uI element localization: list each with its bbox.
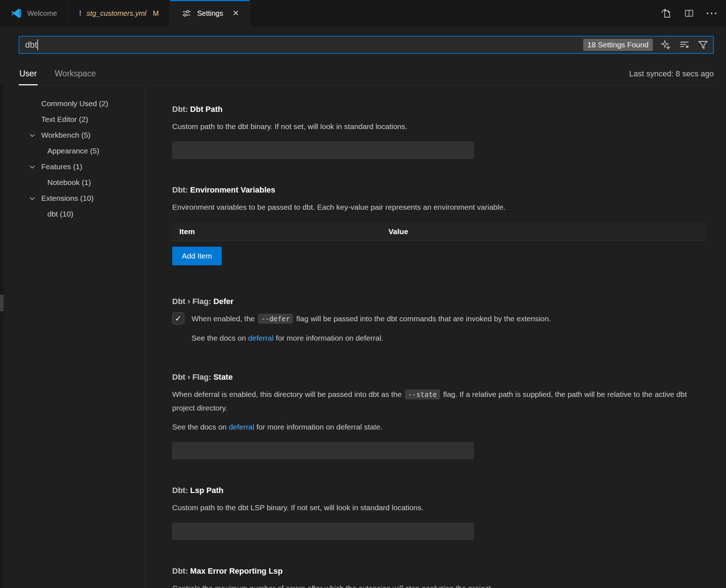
toc-item-appearance[interactable]: Appearance (5) bbox=[0, 143, 145, 159]
split-editor-icon[interactable] bbox=[683, 7, 695, 19]
more-actions-icon[interactable]: ⋯ bbox=[706, 7, 718, 19]
setting-title: Dbt › Flag: Defer bbox=[172, 296, 714, 307]
setting-title: Dbt › Flag: State bbox=[172, 372, 714, 383]
setting-lsp-path: Dbt: Lsp Path Custom path to the dbt LSP… bbox=[172, 485, 714, 540]
docs-line: See the docs on deferral for more inform… bbox=[172, 420, 714, 433]
git-modified-badge: M bbox=[153, 9, 159, 18]
env-table-header: Item Value bbox=[172, 222, 706, 241]
tab-label: stg_customers.yml bbox=[86, 9, 146, 18]
check-icon: ✓ bbox=[175, 312, 182, 325]
settings-list: Dbt: Dbt Path Custom path to the dbt bin… bbox=[145, 85, 726, 588]
docs-link[interactable]: deferral bbox=[229, 423, 254, 431]
toc-item-notebook[interactable]: Notebook (1) bbox=[0, 175, 145, 190]
setting-title: Dbt: Environment Variables bbox=[172, 185, 714, 195]
setting-max-error-reporting-lsp: Dbt: Max Error Reporting Lsp Controls th… bbox=[172, 566, 714, 588]
dbt-path-input[interactable] bbox=[172, 142, 474, 159]
defer-checkbox-row: ✓ When enabled, the --defer flag will be… bbox=[172, 312, 714, 326]
docs-line: See the docs on deferral for more inform… bbox=[172, 331, 714, 345]
clear-filters-icon[interactable] bbox=[679, 39, 690, 51]
chevron-down-icon bbox=[29, 195, 36, 202]
search-caret bbox=[37, 39, 38, 50]
tab-label: Welcome bbox=[27, 9, 57, 18]
env-variables-table: Item Value bbox=[172, 222, 706, 241]
tab-label: Settings bbox=[197, 9, 223, 18]
setting-description: When enabled, the --defer flag will be p… bbox=[192, 312, 551, 326]
setting-description: When deferral is enabled, this directory… bbox=[172, 388, 696, 414]
setting-title: Dbt: Max Error Reporting Lsp bbox=[172, 566, 714, 577]
settings-search-input[interactable]: dbt 18 Settings Found bbox=[19, 36, 714, 54]
toc-item-commonly-used[interactable]: Commonly Used (2) bbox=[0, 96, 145, 112]
tab-stg-customers-yml[interactable]: ! stg_customers.yml M bbox=[68, 0, 170, 27]
docs-link[interactable]: deferral bbox=[248, 334, 274, 342]
defer-checkbox[interactable]: ✓ bbox=[172, 312, 184, 324]
settings-sliders-icon bbox=[181, 8, 192, 19]
setting-title: Dbt: Dbt Path bbox=[172, 104, 714, 115]
search-controls: 18 Settings Found bbox=[583, 39, 709, 51]
search-value: dbt bbox=[25, 40, 37, 50]
editor-tab-bar: Welcome ! stg_customers.yml M Settings ✕ bbox=[0, 0, 726, 27]
close-icon[interactable]: ✕ bbox=[232, 9, 239, 17]
setting-description: Environment variables to be passed to db… bbox=[172, 200, 714, 214]
setting-dbt-path: Dbt: Dbt Path Custom path to the dbt bin… bbox=[172, 104, 714, 159]
settings-search-row: dbt 18 Settings Found bbox=[0, 27, 726, 54]
results-count-badge: 18 Settings Found bbox=[583, 39, 653, 51]
scope-tab-workspace[interactable]: Workspace bbox=[54, 69, 97, 85]
column-header-item: Item bbox=[172, 227, 388, 236]
setting-flag-state: Dbt › Flag: State When deferral is enabl… bbox=[172, 372, 714, 459]
warning-icon: ! bbox=[79, 9, 81, 18]
editor-actions: ⋯ bbox=[660, 0, 726, 27]
scope-tab-user[interactable]: User bbox=[19, 69, 38, 85]
scope-row: User Workspace Last synced: 8 secs ago bbox=[19, 54, 714, 85]
ai-search-icon[interactable] bbox=[660, 39, 671, 51]
filter-icon[interactable] bbox=[697, 39, 709, 51]
setting-description: Controls the maximum number of errors af… bbox=[172, 582, 714, 588]
add-item-button[interactable]: Add Item bbox=[172, 247, 222, 265]
tab-settings[interactable]: Settings ✕ bbox=[170, 0, 250, 27]
lsp-path-input[interactable] bbox=[172, 523, 474, 540]
setting-environment-variables: Dbt: Environment Variables Environment v… bbox=[172, 185, 714, 265]
open-preview-icon[interactable] bbox=[660, 7, 672, 19]
setting-title: Dbt: Lsp Path bbox=[172, 485, 714, 496]
code-chip: --state bbox=[405, 389, 440, 399]
chevron-down-icon bbox=[29, 163, 36, 170]
toc-item-extensions[interactable]: Extensions (10) bbox=[0, 190, 145, 206]
setting-description: Custom path to the dbt binary. If not se… bbox=[172, 120, 714, 133]
column-header-value: Value bbox=[388, 227, 706, 236]
toc-item-features[interactable]: Features (1) bbox=[0, 159, 145, 175]
setting-flag-defer: Dbt › Flag: Defer ✓ When enabled, the --… bbox=[172, 296, 714, 345]
toc-item-workbench[interactable]: Workbench (5) bbox=[0, 127, 145, 143]
code-chip: --defer bbox=[258, 314, 293, 324]
vscode-logo-icon bbox=[11, 8, 22, 19]
sash-handle[interactable] bbox=[0, 295, 4, 311]
chevron-down-icon bbox=[29, 132, 36, 139]
last-synced-label: Last synced: 8 secs ago bbox=[629, 69, 714, 85]
settings-toc: Commonly Used (2) Text Editor (2) Workbe… bbox=[0, 85, 145, 588]
left-sash bbox=[0, 86, 4, 588]
tab-welcome[interactable]: Welcome bbox=[0, 0, 68, 27]
flag-state-input[interactable] bbox=[172, 442, 474, 459]
setting-description: Custom path to the dbt LSP binary. If no… bbox=[172, 501, 714, 514]
toc-item-text-editor[interactable]: Text Editor (2) bbox=[0, 112, 145, 127]
toc-item-dbt[interactable]: dbt (10) bbox=[0, 206, 145, 222]
